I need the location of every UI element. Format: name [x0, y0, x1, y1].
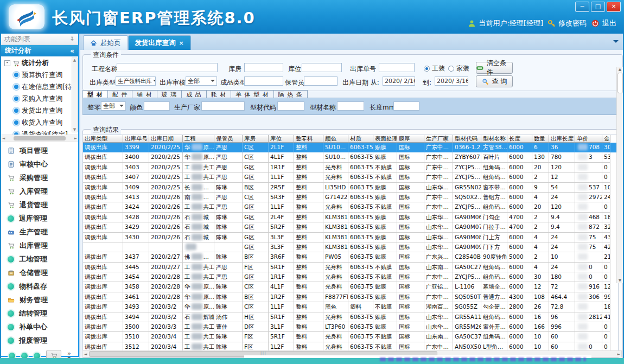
- whole-part-select[interactable]: 全部: [101, 101, 126, 111]
- project-name-input[interactable]: [117, 63, 218, 72]
- sidebar-item-补单中心[interactable]: 补单中心: [1, 320, 78, 334]
- maximize-button[interactable]: □: [591, 2, 605, 12]
- scrollbar-thumb[interactable]: [617, 73, 623, 93]
- table-row[interactable]: 调拨出库34302020/2/26石城陈琳G区3L3F整料KLM38176063…: [83, 233, 618, 242]
- column-header-表面处理[interactable]: 表面处理: [373, 135, 397, 143]
- column-header-出库类型[interactable]: 出库类型: [83, 135, 123, 143]
- table-row[interactable]: 调拨出库33992020/2/25华原…严思C区2L1F整料SU10…6063-…: [83, 143, 618, 152]
- radio-jiazhuang[interactable]: 家装: [448, 64, 469, 73]
- minimize-button[interactable]: −: [575, 2, 589, 12]
- date-from-select[interactable]: 2020/ 2/16: [383, 76, 415, 86]
- column-header-颜色[interactable]: 颜色: [323, 135, 348, 143]
- sidebar-item-报废管理[interactable]: 报废管理: [1, 334, 78, 347]
- table-row[interactable]: 调拨出库34582020/2/28华原…陈琳C区4L1F整料光身料6063-T5…: [83, 282, 618, 292]
- sidebar-item-审核中心[interactable]: 审核中心: [1, 157, 78, 171]
- column-header-数量[interactable]: 数量: [532, 135, 549, 143]
- sidebar-item-出库管理[interactable]: 出库管理: [1, 239, 78, 252]
- table-row[interactable]: 调拨出库34282020/2/26石城陈琳G区2L4F整料KLM38176063…: [83, 213, 618, 222]
- table-row[interactable]: 调拨出库34092020/2/25长…陈琳B区2R5F整料LI35HD6063-…: [83, 183, 618, 193]
- sidebar-item-入库管理[interactable]: 入库管理: [1, 184, 78, 198]
- table-row[interactable]: 调拨出库34242020/2/26工共工程严思G区1L1F整料光身料6063-T…: [83, 202, 618, 212]
- tab-home[interactable]: 起始页: [83, 35, 128, 50]
- tree-item-采购入库查询[interactable]: 采购入库查询: [1, 93, 78, 105]
- table-row[interactable]: 调拨出库34932020/3/2华原…陈琳C区1L1F整料黑色塑料不贴膜国标湖南…: [83, 302, 618, 312]
- logout-button[interactable]: 退出: [591, 18, 616, 28]
- cell-生产厂家: 山东华…: [424, 183, 453, 193]
- tree-item-预算执行查询[interactable]: 预算执行查询: [1, 69, 78, 81]
- table-row[interactable]: 调拨出库34942020/3/2石辉城汤伟H区5R1F整料光身料6063-T5贴…: [83, 312, 618, 322]
- color-input[interactable]: [144, 101, 170, 111]
- sidebar-item-工地管理[interactable]: 工地管理: [1, 252, 78, 266]
- change-password-button[interactable]: 修改密码: [547, 18, 587, 28]
- tree-item-发货出库查询[interactable]: 发货出库查询: [1, 105, 78, 117]
- tab-list-dropdown-icon[interactable]: [613, 40, 619, 46]
- close-button[interactable]: ×: [607, 2, 621, 12]
- sidebar-item-结转管理[interactable]: 结转管理: [1, 306, 78, 320]
- search-button[interactable]: 查 询: [476, 75, 513, 87]
- location-input[interactable]: [302, 63, 342, 72]
- table-row[interactable]: 调拨出库34452020/2/27工共工程严思F区5R1F整料光身料6063-T…: [83, 263, 618, 272]
- keeper-input[interactable]: [304, 76, 338, 86]
- sidebar-item-采购管理[interactable]: 采购管理: [1, 171, 78, 184]
- sidebar-item-退货管理[interactable]: 退货管理: [1, 198, 78, 212]
- table-row[interactable]: 调拨出库34542020/2/28工共工程严思G区1R1F整料光身料6063-T…: [83, 272, 618, 282]
- sidebar-item-财务管理[interactable]: 财务管理: [1, 293, 78, 306]
- profile-name-input[interactable]: [337, 101, 364, 111]
- warehouse-input[interactable]: [244, 63, 283, 72]
- outbound-type-select[interactable]: 生产领料出库: [116, 76, 156, 86]
- tree-scrollbar[interactable]: ▲▼: [72, 58, 78, 132]
- order-no-input[interactable]: [379, 63, 415, 72]
- length-input[interactable]: [393, 101, 419, 111]
- clear-conditions-button[interactable]: 清空条件: [476, 62, 513, 74]
- date-to-select[interactable]: 2020/ 3/16: [435, 76, 468, 86]
- table-row[interactable]: 调拨出库35002020/3/3工共工程曹佳D区3L1F整料LT3P606063…: [83, 322, 618, 332]
- column-header-单价[interactable]: 单价: [575, 135, 602, 143]
- tree-expander-icon[interactable]: -: [4, 60, 10, 66]
- tree-item-在途信息查询[待[interactable]: 在途信息查询[待: [1, 81, 78, 93]
- collapse-icon[interactable]: «: [70, 47, 74, 55]
- grid-vertical-scrollbar[interactable]: ▲ ▼: [616, 67, 623, 283]
- column-header-生产厂家[interactable]: 生产厂家: [424, 135, 453, 143]
- product-type-input[interactable]: [244, 76, 283, 86]
- column-header-保管员[interactable]: 保管员: [214, 135, 243, 143]
- radio-gongzhuang[interactable]: 工装: [424, 64, 445, 73]
- tree-item-收货入库查询[interactable]: 收货入库查询: [1, 117, 78, 129]
- sidebar-item-生产管理[interactable]: 生产管理: [1, 225, 78, 239]
- column-header-型材名称[interactable]: 型材名称: [481, 135, 507, 143]
- table-row[interactable]: 调拨出库34032020/2/25工共工程严思G区1R1F整料光身料6063-T…: [83, 163, 618, 173]
- audit-select[interactable]: 全部: [186, 76, 217, 86]
- table-row[interactable]: 调拨出库34292020/2/26石城陈琳G区5R2F整料KLM38176063…: [83, 222, 618, 232]
- column-header-库房[interactable]: 库房: [243, 135, 269, 143]
- sidebar-section-header[interactable]: 统计分析 «: [1, 45, 78, 56]
- column-header-库位[interactable]: 库位: [269, 135, 294, 143]
- table-row[interactable]: 调拨出库35102020/3/4工共工程陈琳F区5R1F整料光身料6063-T5…: [83, 332, 618, 342]
- sidebar-item-退库管理[interactable]: 退库管理: [1, 212, 78, 225]
- sidebar-item-仓储管理[interactable]: 仓储管理: [1, 266, 78, 279]
- table-row[interactable]: 调拨出库34612020/2/28华原…陈琳B区1R2F整料F8877FT606…: [83, 292, 618, 302]
- column-header-长度[interactable]: 长度: [507, 135, 532, 143]
- table-row[interactable]: G区3L3F整料KLM38176063-T5贴膜国标山东华…GA90M09.门下…: [83, 242, 618, 252]
- sidebar-item-项目管理[interactable]: 项目管理: [1, 144, 78, 157]
- tab-shipment-query[interactable]: 发货出库查询 ×: [128, 35, 191, 50]
- column-header-膜厚[interactable]: 膜厚: [397, 135, 424, 143]
- column-header-型材代码[interactable]: 型材代码: [453, 135, 481, 143]
- tree-root-node[interactable]: - 统计分析: [1, 56, 78, 69]
- pin-icon[interactable]: [69, 36, 75, 42]
- tab-close-icon[interactable]: ×: [179, 40, 184, 47]
- table-row[interactable]: 调拨出库34372020/2/27佛…陈琳B区3R6F整料PW056063-T5…: [83, 252, 618, 262]
- maker-input[interactable]: [201, 101, 245, 111]
- profile-code-input[interactable]: [277, 101, 304, 111]
- table-row[interactable]: 调拨出库34132020/2/26南…严思C区5R3F整料G714226063-…: [83, 193, 618, 202]
- column-header-出库日期[interactable]: 出库日期: [149, 135, 183, 143]
- tree-item-退货查询[待定][interactable]: 退货查询[待定]: [1, 129, 78, 135]
- column-header-材质[interactable]: 材质: [348, 135, 373, 143]
- column-header-出库长度[interactable]: 出库长度: [549, 135, 575, 143]
- tree-hscrollbar[interactable]: ◄►: [1, 135, 78, 142]
- column-header-金[interactable]: 金: [602, 135, 610, 143]
- column-header-出库单号[interactable]: 出库单号: [123, 135, 149, 143]
- table-row[interactable]: 调拨出库34002020/2/25华原…严思C区4L1F整料SU10…6063-…: [83, 152, 618, 162]
- sidebar-item-物料盘存[interactable]: 物料盘存: [1, 279, 78, 293]
- column-header-工程[interactable]: 工程: [183, 135, 214, 143]
- table-row[interactable]: 调拨出库34072020/2/25工共工程严思G区1L1F整料光身料6063-T…: [83, 173, 618, 182]
- column-header-整零料[interactable]: 整零料: [294, 135, 323, 143]
